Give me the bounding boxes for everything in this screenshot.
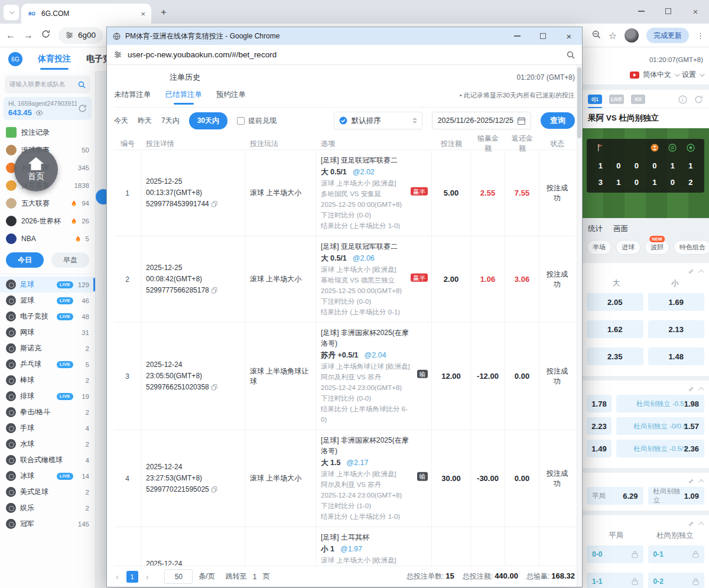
query-button[interactable]: 查询 xyxy=(541,112,575,129)
collapse-icon[interactable] xyxy=(698,521,704,527)
handicap-away-odd[interactable]: 杜尚别独立 -0.5 1.98 xyxy=(616,395,704,412)
stats-tab[interactable]: IOI xyxy=(631,95,645,104)
site-logo-icon[interactable]: 6G xyxy=(8,52,22,66)
reload-icon[interactable] xyxy=(41,30,50,41)
sport-item[interactable]: 乒乓球 LIVE 5 xyxy=(0,356,95,372)
result-odd-button[interactable]: 杜尚别独立 1.09 xyxy=(648,487,705,505)
window-close-button[interactable]: × xyxy=(682,0,709,22)
ou-odd-button[interactable]: 1.69 xyxy=(648,293,705,311)
popup-titlebar[interactable]: PM体育-亚洲在线体育竞猜投注 - Google Chrome × xyxy=(107,27,582,45)
menu-item-bet-record[interactable]: 投注记录 xyxy=(0,124,95,141)
new-tab-button[interactable]: + xyxy=(156,5,171,20)
browser-tab[interactable]: 6G 6G.COM × xyxy=(21,4,151,24)
menu-item-league[interactable]: 五大联赛 94 xyxy=(0,194,95,212)
collapse-icon[interactable] xyxy=(698,479,704,485)
sport-item[interactable]: 拳击/格斗 2 xyxy=(0,404,95,420)
sport-item[interactable]: 棒球 2 xyxy=(0,372,95,388)
sport-item[interactable]: 水球 2 xyxy=(0,436,95,452)
copy-icon[interactable] xyxy=(212,384,217,391)
pin-icon[interactable] xyxy=(688,478,694,485)
sport-item[interactable]: 冰球 LIVE 14 xyxy=(0,468,95,484)
sport-item[interactable]: 篮球 LIVE 46 xyxy=(0,293,95,308)
zoom-icon[interactable] xyxy=(567,51,575,59)
browser-menu-icon[interactable]: ⋮ xyxy=(697,31,704,40)
handicap-home-odd[interactable]: 1.78 xyxy=(587,395,612,412)
popup-close-button[interactable]: × xyxy=(556,27,582,45)
sport-item[interactable]: 足球 LIVE 129 xyxy=(0,277,95,293)
copy-icon[interactable] xyxy=(212,486,217,493)
popup-url[interactable]: user-pc-new.youbaokun.com/#/bet_record xyxy=(128,50,561,59)
pin-icon[interactable] xyxy=(688,521,694,527)
refresh-icon[interactable] xyxy=(694,95,703,104)
back-icon[interactable]: ← xyxy=(6,30,15,41)
live-tab[interactable]: LIVE xyxy=(609,95,624,104)
correct-score-button[interactable]: 1-1 xyxy=(587,573,643,588)
popup-minimize-button[interactable] xyxy=(504,27,530,45)
handicap-home-odd[interactable]: 2.23 xyxy=(587,417,612,435)
handicap-home-odd[interactable]: 1.49 xyxy=(587,440,612,457)
score-tab[interactable]: 0|1 xyxy=(588,95,602,104)
result-odd-button[interactable]: 平局 6.29 xyxy=(587,487,643,505)
tab-close-icon[interactable]: × xyxy=(141,9,145,18)
correct-score-button[interactable]: 0-2 xyxy=(648,573,705,588)
ou-odd-button[interactable]: 2.13 xyxy=(648,320,705,338)
sort-select[interactable]: 默认排序 xyxy=(334,112,422,129)
sport-item[interactable]: 冠军 145 xyxy=(0,516,95,532)
page-size-select[interactable]: 50 xyxy=(164,569,193,584)
chrome-update-button[interactable]: 完成更新 xyxy=(646,28,689,43)
ou-odd-button[interactable]: 1.62 xyxy=(587,320,643,338)
range-昨天[interactable]: 昨天 xyxy=(138,116,152,126)
day-tab-早盘[interactable]: 早盘 xyxy=(51,252,89,268)
settings-select[interactable]: 设置 xyxy=(682,70,696,80)
page-number[interactable]: 1 xyxy=(126,571,138,583)
profile-avatar[interactable] xyxy=(625,28,639,43)
bet-tab-未结算注单[interactable]: 未结算注单 xyxy=(114,90,151,105)
forward-icon[interactable]: → xyxy=(24,30,33,41)
info-icon[interactable] xyxy=(678,95,687,104)
menu-item-worldcup[interactable]: 2026-世界杯 26 xyxy=(0,212,95,230)
tab-search-button[interactable] xyxy=(4,5,19,20)
language-select[interactable]: 简体中文 xyxy=(643,70,671,80)
popup-maximize-button[interactable] xyxy=(530,27,556,45)
date-range-input[interactable]: 2025/11/26-2025/12/25 xyxy=(432,112,531,129)
balance-refresh-icon[interactable] xyxy=(78,104,87,115)
sport-item[interactable]: 美式足球 2 xyxy=(0,484,95,500)
window-maximize-button[interactable] xyxy=(655,0,682,22)
sport-item[interactable]: 手球 4 xyxy=(0,420,95,436)
collapse-icon[interactable] xyxy=(698,386,704,392)
ou-odd-button[interactable]: 2.35 xyxy=(587,347,643,365)
prev-page-icon[interactable]: ‹ xyxy=(114,572,121,581)
market-pill-特色组合[interactable]: 特色组合 xyxy=(674,240,709,255)
sport-item[interactable]: 网球 31 xyxy=(0,324,95,340)
zoom-out-icon[interactable] xyxy=(592,30,601,41)
sport-item[interactable]: 联合式橄榄球 4 xyxy=(0,452,95,468)
tab-stats[interactable]: 统计 xyxy=(588,224,603,234)
range-今天[interactable]: 今天 xyxy=(114,116,128,126)
home-float-button[interactable]: 首页 xyxy=(14,148,58,191)
pin-icon[interactable] xyxy=(688,268,694,275)
tune-icon[interactable] xyxy=(114,51,122,59)
early-cashout-checkbox[interactable] xyxy=(237,117,245,125)
pin-icon[interactable] xyxy=(688,386,694,392)
address-bar[interactable]: 6g00 xyxy=(58,27,103,44)
tab-screen[interactable]: 画面 xyxy=(613,224,628,234)
sport-item[interactable]: 娱乐 2 xyxy=(0,500,95,516)
copy-icon[interactable] xyxy=(212,201,217,207)
window-minimize-button[interactable] xyxy=(627,0,655,22)
bet-tab-已结算注单[interactable]: 已结算注单 xyxy=(165,90,203,105)
nav-sports-betting[interactable]: 体育投注 xyxy=(38,54,71,64)
copy-icon[interactable] xyxy=(212,287,217,294)
range-30天内[interactable]: 30天内 xyxy=(189,112,227,129)
bookmark-star-icon[interactable]: ☆ xyxy=(609,30,617,41)
collapse-icon[interactable] xyxy=(698,269,704,275)
jump-page-input[interactable]: 1 xyxy=(253,573,257,581)
range-7天内[interactable]: 7天内 xyxy=(161,116,180,126)
sport-item[interactable]: 斯诺克 2 xyxy=(0,340,95,356)
eye-icon[interactable] xyxy=(35,110,43,116)
search-input[interactable]: 请输入联赛名或队名 xyxy=(5,76,90,93)
market-pill-半场[interactable]: 半场 xyxy=(587,240,612,255)
market-pill-波胆[interactable]: NEW波胆 xyxy=(645,240,669,255)
menu-item-nba[interactable]: NBA 5 xyxy=(0,230,95,248)
day-tab-今日[interactable]: 今日 xyxy=(6,252,44,268)
correct-score-button[interactable]: 0-1 xyxy=(648,545,705,563)
